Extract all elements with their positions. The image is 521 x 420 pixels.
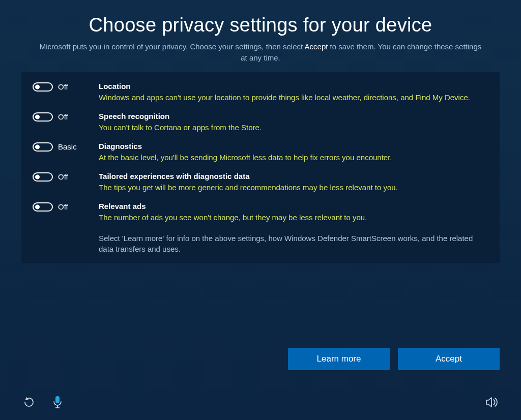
setting-content: Diagnostics At the basic level, you'll b… <box>99 142 488 163</box>
toggle-state-label: Basic <box>58 142 77 151</box>
button-row: Learn more Accept <box>288 348 500 370</box>
tailored-toggle[interactable] <box>33 172 53 182</box>
setting-row-ads: Off Relevant ads The number of ads you s… <box>33 202 488 223</box>
bottom-left-group <box>21 395 65 410</box>
setting-title: Relevant ads <box>99 202 488 211</box>
bottom-right-group <box>484 395 500 410</box>
svg-rect-0 <box>55 396 60 403</box>
setting-row-diagnostics: Basic Diagnostics At the basic level, yo… <box>33 142 488 163</box>
setting-description: The tips you get will be more generic an… <box>99 182 488 193</box>
learn-more-button[interactable]: Learn more <box>288 348 390 370</box>
setting-content: Speech recognition You can't talk to Cor… <box>99 112 488 133</box>
toggle-group: Off <box>33 202 99 212</box>
setting-content: Location Windows and apps can't use your… <box>99 82 488 103</box>
subtitle-accept-word: Accept <box>305 42 328 51</box>
ease-of-access-icon[interactable] <box>21 395 37 410</box>
microphone-icon[interactable] <box>50 395 65 410</box>
setting-row-speech: Off Speech recognition You can't talk to… <box>33 112 488 133</box>
toggle-group: Basic <box>33 142 99 152</box>
setting-title: Speech recognition <box>99 112 488 121</box>
toggle-group: Off <box>33 82 99 92</box>
setting-description: The number of ads you see won't change, … <box>99 212 488 223</box>
toggle-state-label: Off <box>58 172 68 181</box>
toggle-group: Off <box>33 172 99 182</box>
setting-title: Tailored experiences with diagnostic dat… <box>99 172 488 181</box>
setting-description: Windows and apps can't use your location… <box>99 92 488 103</box>
location-toggle[interactable] <box>33 82 53 92</box>
speech-toggle[interactable] <box>33 112 53 122</box>
setting-row-location: Off Location Windows and apps can't use … <box>33 82 488 103</box>
bottom-bar <box>0 384 521 420</box>
footer-note: Select 'Learn more' for info on the abov… <box>99 233 488 255</box>
privacy-settings-window: Choose privacy settings for your device … <box>0 0 521 420</box>
toggle-state-label: Off <box>58 112 68 121</box>
volume-icon[interactable] <box>484 395 500 410</box>
accept-button[interactable]: Accept <box>398 348 500 370</box>
setting-row-tailored: Off Tailored experiences with diagnostic… <box>33 172 488 193</box>
page-title: Choose privacy settings for your device <box>21 14 500 36</box>
settings-panel: Off Location Windows and apps can't use … <box>21 72 500 263</box>
setting-description: You can't talk to Cortana or apps from t… <box>99 122 488 133</box>
page-subtitle: Microsoft puts you in control of your pr… <box>39 41 482 64</box>
toggle-state-label: Off <box>58 82 68 91</box>
setting-content: Relevant ads The number of ads you see w… <box>99 202 488 223</box>
toggle-group: Off <box>33 112 99 122</box>
diagnostics-toggle[interactable] <box>33 142 53 152</box>
toggle-state-label: Off <box>58 202 68 211</box>
subtitle-pre: Microsoft puts you in control of your pr… <box>40 42 305 51</box>
setting-title: Location <box>99 82 488 91</box>
setting-title: Diagnostics <box>99 142 488 151</box>
ads-toggle[interactable] <box>33 202 53 212</box>
setting-content: Tailored experiences with diagnostic dat… <box>99 172 488 193</box>
setting-description: At the basic level, you'll be sending Mi… <box>99 152 488 163</box>
